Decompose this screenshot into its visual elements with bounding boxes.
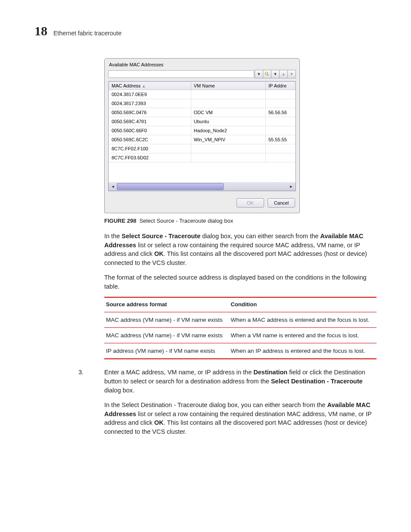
step-number: 3. [78, 368, 84, 377]
search-input[interactable] [108, 70, 254, 78]
scroll-left-icon[interactable]: ◄ [109, 183, 117, 190]
arrow-down-icon[interactable]: ▼ [287, 70, 296, 78]
table-row[interactable]: 0050.569C.4781Ubuntu [109, 117, 296, 126]
paragraph: In the Select Destination - Traceroute d… [104, 401, 377, 436]
table-row[interactable]: 8C7C.FF03.6D02 [109, 153, 296, 162]
sort-ascending-icon: ▲ [142, 84, 146, 88]
condition-table: Source address format Condition MAC addr… [104, 297, 377, 359]
svg-point-0 [265, 72, 268, 75]
dropdown-icon[interactable]: ▼ [255, 70, 263, 78]
table-row: MAC address (VM name) - if VM name exist… [104, 312, 377, 327]
dialog-footer: OK Cancel [105, 194, 299, 213]
step-item: 3. Enter a MAC address, VM name, or IP a… [90, 368, 377, 436]
horizontal-scrollbar[interactable]: ◄ ► [109, 183, 296, 191]
table-row[interactable]: 8C7C.FF02.F100 [109, 144, 296, 153]
table-row[interactable]: 0050.569C.0476ODC VM56.56.56 [109, 108, 296, 117]
search-icon[interactable] [263, 70, 271, 78]
dialog-title: Available MAC Addresses [105, 59, 299, 70]
paragraph: In the Select Source - Traceroute dialog… [104, 232, 377, 267]
page-header: 18 Ethernet fabric traceroute [34, 24, 377, 38]
table-header-row: MAC Address ▲ VM Name IP Addre [109, 82, 296, 90]
grid-empty-area [109, 162, 296, 183]
column-header: Source address format [104, 297, 229, 312]
column-header: Condition [229, 297, 377, 312]
table-row[interactable]: 0050.569C.6C2CWin_VM_NPIV55.55.55 [109, 135, 296, 144]
scrollbar-track[interactable] [117, 183, 287, 190]
scroll-right-icon[interactable]: ► [287, 183, 295, 190]
dropdown-icon[interactable]: ▼ [271, 70, 280, 78]
column-header-vm[interactable]: VM Name [191, 82, 265, 90]
column-header-ip[interactable]: IP Addre [266, 82, 296, 90]
table-row: IP address (VM name) - if VM name exists… [104, 343, 377, 359]
page-number: 18 [34, 24, 47, 38]
figure-caption: FIGURE 298 Select Source - Traceroute di… [104, 218, 377, 224]
mac-address-grid[interactable]: MAC Address ▲ VM Name IP Addre 0024.3817… [108, 81, 296, 191]
section-title: Ethernet fabric traceroute [53, 30, 121, 37]
scrollbar-thumb[interactable] [117, 183, 224, 190]
select-source-dialog: Available MAC Addresses ▼ ▼ ▲ ▼ MAC Addr… [104, 58, 300, 213]
ok-button[interactable]: OK [237, 198, 264, 208]
table-row[interactable]: 0024.3817.0EE9 [109, 90, 296, 99]
svg-line-1 [268, 75, 269, 76]
table-row[interactable]: 0050.560C.66F0Hadoop_Node2 [109, 126, 296, 135]
table-row: MAC address (VM name) - if VM name exist… [104, 328, 377, 343]
column-header-mac[interactable]: MAC Address ▲ [109, 82, 191, 90]
dialog-toolbar: ▼ ▼ ▲ ▼ [105, 70, 299, 79]
arrow-up-icon[interactable]: ▲ [279, 70, 288, 78]
cancel-button[interactable]: Cancel [268, 198, 295, 208]
table-row[interactable]: 0024.3817.2393 [109, 99, 296, 108]
paragraph: The format of the selected source addres… [104, 273, 377, 291]
paragraph: Enter a MAC address, VM name, or IP addr… [104, 368, 377, 395]
